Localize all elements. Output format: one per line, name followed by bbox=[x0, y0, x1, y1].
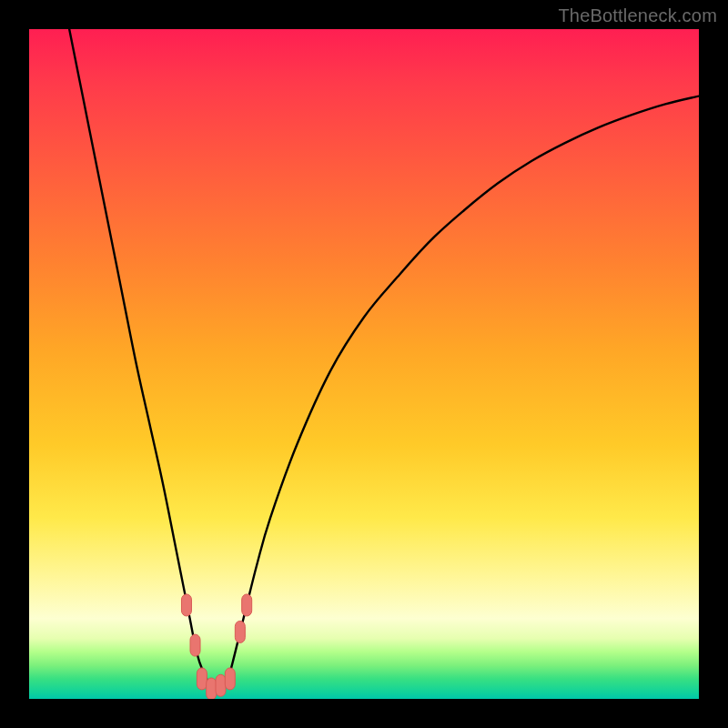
curve-marker bbox=[207, 678, 217, 699]
curve-marker bbox=[225, 668, 235, 690]
watermark-text: TheBottleneck.com bbox=[558, 5, 717, 26]
curve-marker bbox=[235, 621, 245, 642]
curve-marker bbox=[190, 634, 200, 656]
curve-marker bbox=[242, 594, 252, 616]
bottleneck-curve-path bbox=[69, 29, 699, 690]
curve-marker bbox=[197, 668, 207, 690]
curve-marker bbox=[216, 674, 226, 696]
curve-marker bbox=[181, 594, 191, 616]
curve-markers bbox=[181, 594, 251, 699]
plot-area bbox=[29, 29, 699, 699]
chart-frame: TheBottleneck.com bbox=[0, 0, 728, 728]
bottleneck-curve-svg bbox=[29, 29, 699, 699]
